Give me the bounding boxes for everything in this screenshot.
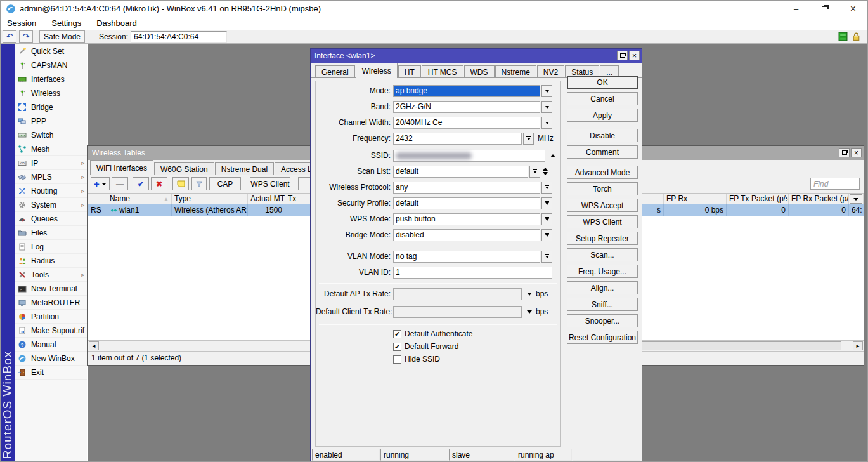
align-button[interactable]: Align... (567, 281, 638, 294)
filter-button[interactable] (191, 177, 207, 190)
default-ap-tx-rate-input[interactable] (393, 288, 522, 300)
col-name[interactable]: Name▲ (107, 194, 172, 204)
col-actual-mtu[interactable]: Actual MTU (248, 194, 285, 204)
dialog-titlebar[interactable]: Interface <wlan1> × (311, 49, 642, 63)
channel-width-input[interactable] (393, 117, 540, 129)
comment-button[interactable] (172, 177, 189, 190)
scan-list-dropdown-button[interactable] (529, 166, 540, 178)
apply-button[interactable]: Apply (567, 109, 638, 122)
scan-button[interactable]: Scan... (567, 248, 638, 261)
tab-wifi-interfaces[interactable]: WiFi Interfaces (90, 160, 153, 175)
wireless-protocol-dropdown-button[interactable] (541, 182, 552, 194)
menu-dashboard[interactable]: Dashboard (96, 18, 137, 28)
sidebar-item-new-terminal[interactable]: >_New Terminal (15, 282, 87, 296)
disable-button[interactable]: ✖ (151, 177, 167, 190)
sidebar-item-quick-set[interactable]: Quick Set (15, 44, 87, 58)
sidebar-item-system[interactable]: System▹ (15, 198, 87, 212)
vlan-mode-dropdown-button[interactable] (541, 251, 552, 263)
remove-button[interactable]: — (112, 177, 128, 190)
tab-nstreme-dual[interactable]: Nstreme Dual (215, 162, 274, 175)
scroll-left-arrow[interactable]: ◄ (89, 341, 99, 350)
hide-ssid-checkbox[interactable]: Hide SSID (393, 354, 440, 364)
security-profile-dropdown-button[interactable] (541, 197, 552, 209)
default-client-tx-rate-input[interactable] (393, 306, 522, 318)
mode-dropdown-button[interactable] (541, 85, 552, 97)
close-button[interactable]: × (629, 51, 640, 60)
sidebar-item-ppp[interactable]: PPP (15, 114, 87, 128)
wps-client-button[interactable]: WPS Client (567, 215, 638, 228)
default-ap-tx-rate-arrow[interactable] (527, 293, 532, 296)
sidebar-item-routing[interactable]: Routing▹ (15, 184, 87, 198)
wps-mode-input[interactable] (393, 213, 540, 225)
col-type[interactable]: Type (172, 194, 248, 204)
scan-list-spinner[interactable] (543, 168, 548, 175)
undo-button[interactable]: ↶ (3, 30, 16, 43)
default-authenticate-checkbox[interactable]: ✔ Default Authenticate (393, 329, 472, 339)
tab-nv2[interactable]: NV2 (537, 65, 564, 78)
sidebar-item-interfaces[interactable]: Interfaces (15, 72, 87, 86)
safe-mode-button[interactable]: Safe Mode (39, 30, 85, 43)
setup-repeater-button[interactable]: Setup Repeater (567, 232, 638, 245)
cap-button[interactable]: CAP (209, 177, 241, 190)
ssid-collapse-arrow[interactable] (550, 154, 555, 157)
close-button[interactable]: × (839, 1, 867, 16)
vlan-mode-input[interactable] (393, 251, 540, 263)
sidebar-item-partition[interactable]: Partition (15, 310, 87, 324)
sidebar-item-metarouter[interactable]: MetaROUTER (15, 296, 87, 310)
sidebar-item-tools[interactable]: Tools▹ (15, 268, 87, 282)
security-profile-input[interactable] (393, 197, 540, 209)
tab-w60g-station[interactable]: W60G Station (154, 162, 214, 175)
wps-mode-dropdown-button[interactable] (541, 213, 552, 225)
col-fp-rx-packet[interactable]: FP Rx Packet (p/s) (789, 194, 849, 204)
frequency-input[interactable] (393, 133, 522, 145)
scan-list-input[interactable] (393, 166, 528, 178)
tab-ht[interactable]: HT (398, 65, 421, 78)
default-client-tx-rate-arrow[interactable] (527, 310, 532, 314)
redo-button[interactable]: ↷ (19, 30, 33, 43)
sidebar-item-radius[interactable]: Radius (15, 254, 87, 268)
find-input[interactable] (810, 178, 860, 190)
bridge-mode-dropdown-button[interactable] (541, 229, 552, 241)
add-button[interactable]: + (91, 177, 110, 190)
restore-button[interactable] (810, 1, 839, 16)
enable-button[interactable]: ✔ (133, 177, 149, 190)
session-value[interactable]: 64:D1:54:A4:C0:64 (131, 31, 227, 43)
wps-client-button[interactable]: WPS Client (250, 177, 290, 190)
channel-width-dropdown-button[interactable] (541, 117, 552, 129)
col-tx[interactable]: Tx (285, 194, 311, 204)
tab-wireless[interactable]: Wireless (356, 63, 398, 78)
comment-button[interactable]: Comment (567, 145, 638, 159)
restore-button[interactable] (839, 148, 850, 157)
sidebar-item-bridge[interactable]: Bridge (15, 100, 87, 114)
sidebar-item-manual[interactable]: ?Manual (15, 338, 87, 352)
col-flags[interactable] (88, 194, 107, 204)
sidebar-item-switch[interactable]: Switch (15, 128, 87, 142)
column-chooser-button[interactable] (850, 194, 862, 204)
restore-button[interactable] (617, 51, 628, 60)
wps-accept-button[interactable]: WPS Accept (567, 199, 638, 212)
sidebar-item-log[interactable]: Log (15, 240, 87, 254)
freq-usage-button[interactable]: Freq. Usage... (567, 265, 638, 278)
tab-general[interactable]: General (315, 65, 355, 78)
frequency-dropdown-button[interactable] (523, 133, 534, 145)
minimize-button[interactable]: – (782, 1, 810, 16)
tab-ht-mcs[interactable]: HT MCS (422, 65, 463, 78)
sidebar-item-new-winbox[interactable]: New WinBox (15, 352, 87, 366)
disable-button[interactable]: Disable (567, 129, 638, 142)
cancel-button[interactable]: Cancel (567, 92, 638, 105)
torch-button[interactable]: Torch (567, 182, 638, 195)
band-dropdown-button[interactable] (541, 101, 552, 113)
band-input[interactable] (393, 101, 540, 113)
bridge-mode-input[interactable] (393, 229, 540, 241)
sidebar-item-files[interactable]: Files (15, 226, 87, 240)
ok-button[interactable]: OK (567, 76, 638, 89)
sidebar-item-capsman[interactable]: CAPsMAN (15, 58, 87, 72)
sidebar-item-make-supout[interactable]: Make Supout.rif (15, 324, 87, 338)
sidebar-item-mesh[interactable]: Mesh (15, 142, 87, 156)
menu-session[interactable]: Session (7, 18, 36, 28)
sidebar-item-mpls[interactable]: MPLS▹ (15, 170, 87, 184)
vlan-id-input[interactable] (393, 267, 552, 279)
sidebar-item-queues[interactable]: Queues (15, 212, 87, 226)
menu-settings[interactable]: Settings (51, 18, 81, 28)
close-button[interactable]: × (851, 148, 862, 157)
